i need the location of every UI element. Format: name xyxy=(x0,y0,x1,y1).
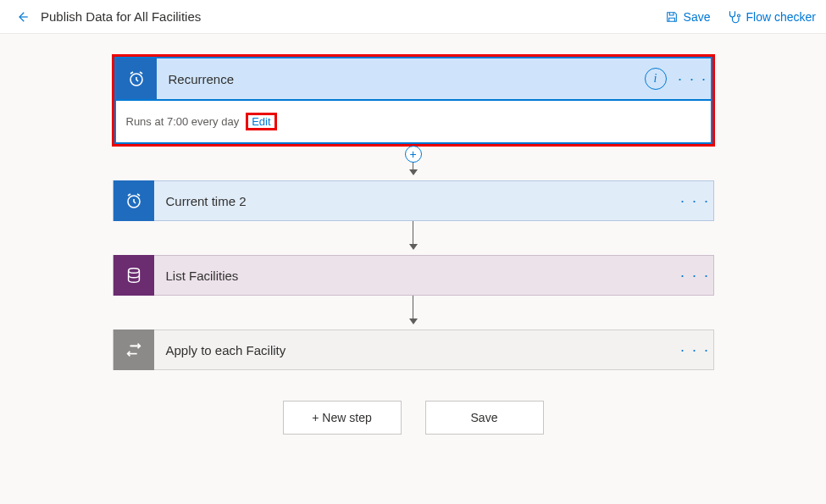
database-icon xyxy=(114,255,154,296)
clock-icon xyxy=(116,58,157,99)
step-menu[interactable]: · · · xyxy=(678,183,713,219)
save-action[interactable]: Save xyxy=(665,9,711,25)
svg-point-0 xyxy=(737,14,740,17)
connector-2 xyxy=(113,221,714,255)
bottom-actions: + New step Save xyxy=(283,401,544,435)
top-bar: Publish Data for All Facilities Save Flo… xyxy=(0,0,826,34)
recurrence-card[interactable]: Recurrence i · · · Runs at 7:00 every da… xyxy=(112,54,715,147)
edit-link[interactable]: Edit xyxy=(246,113,276,130)
flow-checker-action[interactable]: Flow checker xyxy=(726,9,816,25)
stethoscope-icon xyxy=(726,9,741,25)
recurrence-menu[interactable]: · · · xyxy=(675,70,711,88)
step-menu[interactable]: · · · xyxy=(678,258,713,293)
arrow-left-icon xyxy=(14,9,30,25)
step-current-time[interactable]: Current time 2 · · · xyxy=(113,180,714,221)
save-action-label: Save xyxy=(684,10,711,24)
flow-checker-label: Flow checker xyxy=(746,10,816,24)
recurrence-schedule-text: Runs at 7:00 every day xyxy=(126,115,240,128)
step-label: List Facilities xyxy=(154,269,678,283)
svg-point-3 xyxy=(128,269,139,274)
info-button[interactable]: i xyxy=(645,68,667,90)
step-apply-to-each[interactable]: Apply to each Facility · · · xyxy=(113,330,714,370)
step-label: Apply to each Facility xyxy=(154,343,678,357)
save-icon xyxy=(665,10,679,24)
page-title: Publish Data for All Facilities xyxy=(41,9,665,24)
recurrence-label: Recurrence xyxy=(157,72,645,86)
flow-canvas: Recurrence i · · · Runs at 7:00 every da… xyxy=(0,34,826,504)
save-button[interactable]: Save xyxy=(425,401,544,435)
recurrence-header[interactable]: Recurrence i · · · xyxy=(116,58,711,99)
top-actions: Save Flow checker xyxy=(665,9,816,25)
recurrence-body: Runs at 7:00 every day Edit xyxy=(114,99,712,144)
connector-3 xyxy=(113,296,714,330)
loop-icon xyxy=(114,330,154,370)
add-step-button[interactable]: + xyxy=(405,146,422,163)
clock-icon xyxy=(114,180,154,221)
step-menu[interactable]: · · · xyxy=(678,332,713,368)
new-step-button[interactable]: + New step xyxy=(283,401,402,435)
step-label: Current time 2 xyxy=(154,194,678,208)
step-list-facilities[interactable]: List Facilities · · · xyxy=(113,255,714,296)
connector-1: + xyxy=(113,147,714,180)
back-button[interactable] xyxy=(10,5,34,29)
